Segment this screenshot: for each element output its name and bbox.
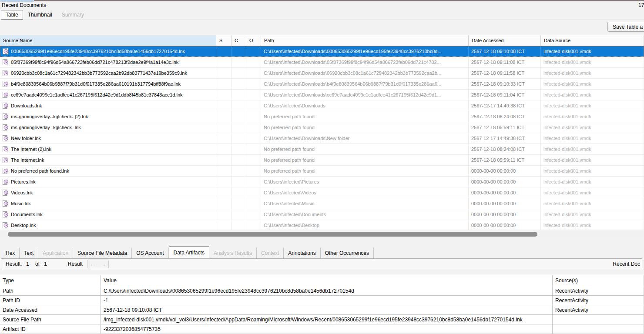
cell-path: C:\Users\infected\Downloads\05f87369f99f… [261, 57, 469, 67]
cell-source-name: Videos.lnk [0, 187, 216, 198]
cell-source-name: No preferred path found.lnk [0, 166, 216, 176]
previous-result-icon[interactable]: ← [87, 260, 98, 268]
content-tab-context: Context [257, 247, 284, 258]
content-tab-source-file-metadata[interactable]: Source File Metadata [73, 247, 132, 258]
column-header-path[interactable]: Path [261, 35, 469, 46]
cell-date-accessed: 2567-12-18 09:11:04 ICT [469, 90, 541, 100]
cell-comment [231, 133, 246, 144]
table-row[interactable]: Downloads.lnk C:\Users\infected\Download… [0, 100, 644, 111]
table-row[interactable]: Desktop.lnk C:\Users\infected\Desktop 00… [0, 220, 644, 230]
table-row[interactable]: b4f9e80839564b06b9887f79b31d0f017335e286… [0, 79, 644, 90]
result-of-label: of [35, 261, 40, 267]
cell-source-name: New folder.lnk [0, 133, 216, 144]
viewer-tab-label: Thumbnail [28, 12, 52, 18]
cell-path: C:\Users\infected\Videos [261, 187, 469, 198]
content-tab-label: Annotations [288, 250, 315, 256]
column-header-source-name[interactable]: Source Name [0, 35, 216, 46]
content-tab-os-account[interactable]: OS Account [132, 247, 168, 258]
viewer-tab-thumbnail[interactable]: Thumbnail [23, 10, 57, 20]
table-row[interactable]: 05f87369f99f8c94f96d54a866723feb06dd721c… [0, 57, 644, 68]
cell-occurrences [246, 220, 261, 230]
page-title: Recent Documents [2, 2, 46, 8]
source-name-text: The Internet (2).lnk [11, 147, 51, 152]
table-row[interactable]: Videos.lnk C:\Users\infected\Videos 0000… [0, 187, 644, 198]
cell-comment [231, 209, 246, 220]
recent-document-icon [3, 200, 8, 207]
cell-date-accessed: 0000-00-00 00:00:00 [469, 166, 541, 176]
table-row[interactable]: ms-gamingoverlay--kglcheck- (2).lnk No p… [0, 111, 644, 122]
content-tab-annotations[interactable]: Annotations [284, 247, 320, 258]
cell-date-accessed: 2567-12-18 09:10:33 ICT [469, 79, 541, 89]
table-row[interactable]: The Internet (2).lnk No preferred path f… [0, 144, 644, 155]
details-body: Path C:\Users\infected\Downloads\0086530… [0, 286, 644, 334]
cell-occurrences [246, 187, 261, 198]
cell-source-name: Documents.lnk [0, 209, 216, 220]
recent-document-icon [3, 222, 8, 228]
column-header-data-source[interactable]: Data Source [541, 35, 644, 46]
details-row[interactable]: Path ID -1 RecentActivity [0, 296, 644, 305]
details-column-sources[interactable]: Source(s) [553, 275, 644, 286]
cell-data-source: infected-disk001.vmdk [541, 166, 644, 176]
recent-document-icon [3, 70, 8, 76]
content-tab-data-artifacts[interactable]: Data Artifacts [169, 246, 209, 258]
content-tab-label: Context [261, 250, 279, 256]
table-row[interactable]: ms-gamingoverlay--kglcheck-.lnk No prefe… [0, 122, 644, 133]
cell-path: C:\Users\infected\Downloads\06920cbb3c08… [261, 68, 469, 78]
details-row[interactable]: Path C:\Users\infected\Downloads\0086530… [0, 286, 644, 296]
table-row[interactable]: 06920cbb3c08c1a61c729482342bb3b773592caa… [0, 68, 644, 79]
cell-date-accessed: 0000-00-00 00:00:00 [469, 220, 541, 230]
cell-occurrences [246, 46, 261, 57]
cell-source-name: ms-gamingoverlay--kglcheck-.lnk [0, 122, 216, 133]
table-row[interactable]: The Internet.lnk No preferred path found… [0, 155, 644, 166]
table-row[interactable]: Pictures.lnk C:\Users\infected\Pictures … [0, 177, 644, 187]
column-header-date-accessed[interactable]: Date Accessed [469, 35, 541, 46]
next-result-icon[interactable]: → [98, 260, 108, 268]
result-nav-label: Result [68, 261, 83, 267]
column-header-c[interactable]: C [231, 35, 246, 46]
cell-date-accessed: 2567-12-18 08:24:08 ICT [469, 144, 541, 154]
scrollbar-thumb[interactable] [8, 232, 537, 237]
content-tab-text[interactable]: Text [20, 247, 38, 258]
cell-data-source: infected-disk001.vmdk [541, 90, 644, 100]
content-tab-label: OS Account [136, 250, 164, 256]
details-column-type[interactable]: Type [0, 275, 101, 286]
table-row[interactable]: New folder.lnk C:\Users\infected\Downloa… [0, 133, 644, 144]
table-row[interactable]: cc69e7aadc4099c1c1adfee41c267195f612d42e… [0, 90, 644, 100]
cell-source-name: Music.lnk [0, 198, 216, 209]
cell-score [216, 220, 231, 230]
content-tab-other-occurrences[interactable]: Other Occurrences [321, 247, 374, 258]
content-tab-hex[interactable]: Hex [1, 247, 20, 258]
cell-comment [231, 177, 246, 187]
horizontal-scrollbar[interactable] [0, 230, 644, 237]
cell-date-accessed: 2567-12-18 09:11:58 ICT [469, 68, 541, 78]
details-row[interactable]: Source File Path /img_infected-disk001.v… [0, 315, 644, 324]
cell-data-source: infected-disk001.vmdk [541, 220, 644, 230]
table-row[interactable]: Music.lnk C:\Users\infected\Music 0000-0… [0, 198, 644, 209]
table-row[interactable]: 008653065299f1e96ecd195fe23948cc3976210b… [0, 46, 644, 57]
recent-document-icon [3, 92, 8, 98]
cell-date-accessed: 2567-12-17 14:49:38 ICT [469, 100, 541, 111]
cell-path: C:\Users\infected\Downloads [261, 100, 469, 111]
table-row[interactable]: No preferred path found.lnk No preferred… [0, 166, 644, 177]
cell-date-accessed: 2567-12-18 09:11:08 ICT [469, 57, 541, 67]
save-table-button[interactable]: Save Table a [607, 22, 644, 32]
cell-occurrences [246, 166, 261, 176]
details-row[interactable]: Date Accessed 2567-12-18 09:10:08 ICT Re… [0, 305, 644, 315]
cell-score [216, 100, 231, 111]
viewer-tab-table[interactable]: Table [1, 10, 23, 20]
cell-score [216, 166, 231, 176]
column-header-s[interactable]: S [216, 35, 231, 46]
column-header-o[interactable]: O [246, 35, 261, 46]
source-name-text: New folder.lnk [11, 136, 41, 141]
details-column-value[interactable]: Value [101, 275, 553, 286]
window-top-border [34, 0, 644, 1]
table-row[interactable]: Documents.lnk C:\Users\infected\Document… [0, 209, 644, 220]
viewer-tab-label: Table [6, 12, 18, 18]
cell-path: No preferred path found [261, 144, 469, 154]
cell-data-source: infected-disk001.vmdk [541, 198, 644, 209]
details-cell-value: -1 [101, 296, 553, 305]
cell-score [216, 79, 231, 89]
source-name-text: Pictures.lnk [11, 179, 36, 184]
details-cell-type: Path [0, 286, 101, 296]
details-row[interactable]: Artifact ID -9223372036854775735 [0, 324, 644, 334]
